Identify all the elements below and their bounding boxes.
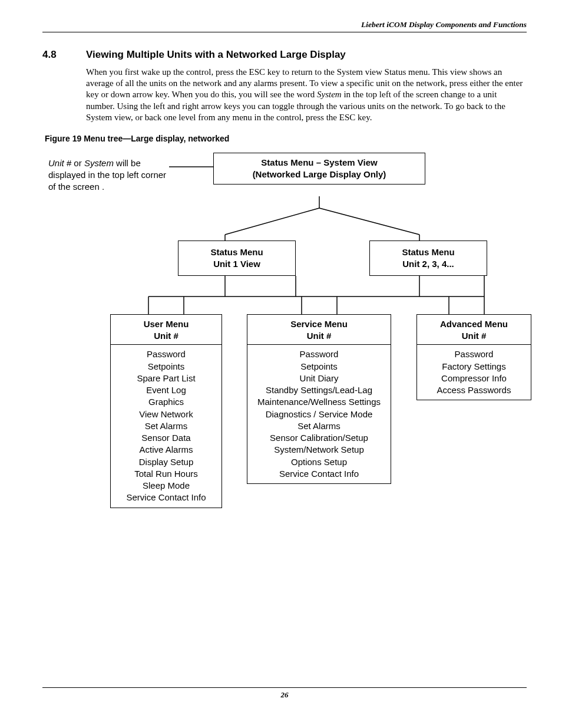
unit1-line2: Unit 1 View <box>183 258 290 270</box>
list-item: Standby Settings/Lead-Lag <box>252 384 386 396</box>
list-item: View Network <box>115 409 217 420</box>
list-item: Total Run Hours <box>115 468 217 480</box>
user-menu-box: User Menu Unit # PasswordSetpointsSpare … <box>110 314 222 508</box>
service-menu-items: PasswordSetpointsUnit DiaryStandby Setti… <box>252 348 386 480</box>
list-item: Password <box>115 348 217 360</box>
unit1-line1: Status Menu <box>183 246 290 258</box>
list-item: Service Contact Info <box>115 492 217 503</box>
list-item: Diagnostics / Service Mode <box>252 409 386 420</box>
svg-line-3 <box>319 208 419 235</box>
list-item: Display Setup <box>115 456 217 468</box>
list-item: Sensor Data <box>115 432 217 444</box>
user-menu-hdr1: User Menu <box>115 318 217 330</box>
note-unit-italic: Unit # <box>48 158 71 168</box>
body-paragraph: When you first wake up the control, pres… <box>86 67 527 123</box>
list-item: Setpoints <box>115 361 217 373</box>
list-item: Unit Diary <box>252 373 386 384</box>
list-item: Set Alarms <box>115 420 217 432</box>
list-item: Setpoints <box>252 361 386 373</box>
running-header: Liebert iCOM Display Components and Func… <box>42 20 527 32</box>
unit234-line1: Status Menu <box>375 246 482 258</box>
note-box: Unit # or System will be displayed in th… <box>48 157 169 193</box>
service-menu-hdr2: Unit # <box>252 330 386 342</box>
user-menu-items: PasswordSetpointsSpare Part ListEvent Lo… <box>115 348 217 503</box>
top-box-line2: (Networked Large Display Only) <box>219 169 420 180</box>
service-menu-hdr1: Service Menu <box>252 318 386 330</box>
advanced-menu-box: Advanced Menu Unit # PasswordFactory Set… <box>416 314 531 401</box>
para-italic-system: System <box>317 90 342 99</box>
list-item: Password <box>252 348 386 360</box>
service-menu-box: Service Menu Unit # PasswordSetpointsUni… <box>247 314 391 484</box>
status-menu-unit234-box: Status Menu Unit 2, 3, 4... <box>369 241 487 276</box>
list-item: Set Alarms <box>252 420 386 432</box>
section-title: Viewing Multiple Units with a Networked … <box>86 49 346 61</box>
svg-line-2 <box>225 208 319 235</box>
list-item: Compressor Info <box>422 373 526 384</box>
list-item: Spare Part List <box>115 373 217 384</box>
top-box-line1: Status Menu – System View <box>219 157 420 169</box>
note-system-italic: System <box>84 158 114 168</box>
list-item: Sensor Calibration/Setup <box>252 432 386 444</box>
user-menu-hdr2: Unit # <box>115 330 217 342</box>
status-menu-unit1-box: Status Menu Unit 1 View <box>178 241 296 276</box>
unit234-line2: Unit 2, 3, 4... <box>375 258 482 270</box>
figure-caption: Figure 19 Menu tree—Large display, netwo… <box>45 134 527 143</box>
list-item: System/Network Setup <box>252 444 386 456</box>
list-item: Active Alarms <box>115 444 217 456</box>
status-menu-system-view-box: Status Menu – System View (Networked Lar… <box>213 153 425 185</box>
list-item: Maintenance/Wellness Settings <box>252 396 386 408</box>
advanced-menu-hdr1: Advanced Menu <box>422 318 526 330</box>
page-number: 26 <box>281 690 289 699</box>
list-item: Password <box>422 348 526 360</box>
list-item: Factory Settings <box>422 361 526 373</box>
note-mid: or <box>71 158 84 168</box>
list-item: Sleep Mode <box>115 480 217 492</box>
list-item: Options Setup <box>252 456 386 468</box>
menu-tree-diagram: Unit # or System will be displayed in th… <box>48 149 531 526</box>
advanced-menu-hdr2: Unit # <box>422 330 526 342</box>
list-item: Service Contact Info <box>252 468 386 480</box>
section-number: 4.8 <box>42 49 71 61</box>
list-item: Graphics <box>115 396 217 408</box>
list-item: Event Log <box>115 384 217 396</box>
list-item: Access Passwords <box>422 384 526 396</box>
advanced-menu-items: PasswordFactory SettingsCompressor InfoA… <box>422 348 526 396</box>
page-footer: 26 <box>42 687 527 700</box>
